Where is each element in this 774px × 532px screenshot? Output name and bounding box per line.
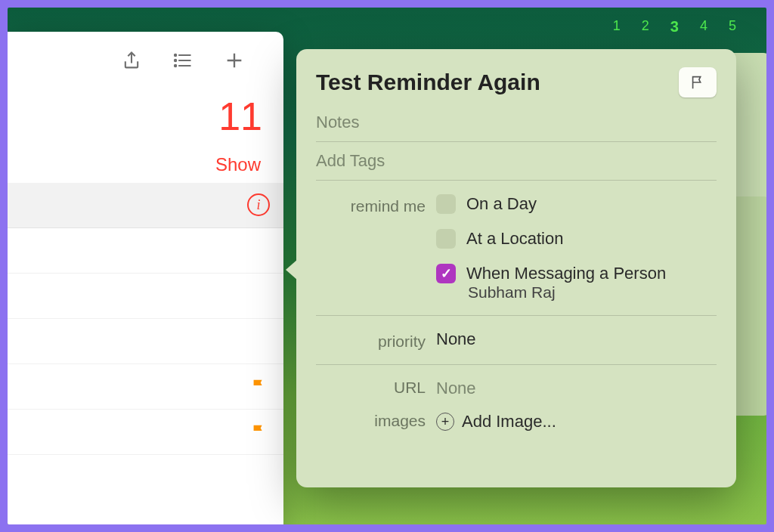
priority-value[interactable]: None bbox=[436, 329, 717, 349]
reminder-row[interactable] bbox=[8, 364, 283, 410]
svg-point-3 bbox=[175, 54, 176, 56]
reminder-title-field[interactable]: Test Reminder Again bbox=[316, 70, 540, 95]
flag-icon bbox=[250, 423, 267, 440]
svg-point-5 bbox=[175, 65, 176, 66]
reminders-list-panel: 11 Show i bbox=[8, 32, 283, 524]
images-label: images bbox=[316, 412, 426, 430]
flag-toggle-button[interactable] bbox=[679, 67, 717, 97]
remind-messaging-option[interactable]: When Messaging a Person bbox=[436, 264, 717, 283]
add-image-button[interactable]: + Add Image... bbox=[436, 412, 717, 431]
share-icon[interactable] bbox=[121, 50, 142, 74]
url-label: URL bbox=[316, 379, 426, 397]
add-icon[interactable] bbox=[224, 50, 245, 74]
cal-day-5: 5 bbox=[729, 18, 736, 36]
checkbox-checked-icon[interactable] bbox=[436, 264, 456, 283]
cal-day-3: 3 bbox=[670, 18, 679, 36]
reminder-row[interactable] bbox=[8, 228, 283, 274]
remind-on-day-option[interactable]: On a Day bbox=[436, 194, 717, 214]
menu-bar-calendar: 1 2 3 4 5 bbox=[613, 18, 736, 36]
desktop-background: 1 2 3 4 5 bbox=[8, 8, 766, 524]
tags-field[interactable]: Add Tags bbox=[316, 142, 717, 181]
flag-icon bbox=[250, 378, 267, 394]
plus-circle-icon: + bbox=[436, 413, 454, 431]
url-field[interactable]: None bbox=[436, 379, 717, 398]
list-count: 11 bbox=[8, 97, 283, 136]
priority-label: priority bbox=[316, 329, 426, 351]
remind-at-location-option[interactable]: At a Location bbox=[436, 229, 717, 249]
reminder-row[interactable] bbox=[8, 319, 283, 364]
show-completed-link[interactable]: Show bbox=[8, 136, 283, 183]
checkbox-icon[interactable] bbox=[436, 229, 456, 249]
cal-day-2: 2 bbox=[642, 18, 649, 36]
reminder-row-selected[interactable]: i bbox=[8, 183, 283, 228]
add-image-label: Add Image... bbox=[462, 412, 556, 431]
cal-day-1: 1 bbox=[613, 18, 621, 36]
checkbox-icon[interactable] bbox=[436, 194, 456, 214]
list-toolbar bbox=[8, 32, 283, 82]
reminder-row[interactable] bbox=[8, 274, 283, 319]
reminder-info-popover: Test Reminder Again Notes Add Tags remin… bbox=[296, 49, 736, 487]
remind-on-day-label: On a Day bbox=[466, 194, 537, 214]
cal-day-4: 4 bbox=[700, 18, 707, 36]
remind-messaging-label: When Messaging a Person bbox=[466, 264, 666, 283]
notes-field[interactable]: Notes bbox=[316, 104, 717, 142]
messaging-person-name[interactable]: Subham Raj bbox=[468, 283, 717, 302]
remind-at-location-label: At a Location bbox=[466, 229, 563, 249]
svg-point-4 bbox=[175, 60, 176, 61]
list-view-icon[interactable] bbox=[172, 50, 194, 74]
reminder-row[interactable] bbox=[8, 410, 283, 455]
info-icon[interactable]: i bbox=[247, 193, 270, 216]
remind-me-label: remind me bbox=[316, 194, 426, 215]
